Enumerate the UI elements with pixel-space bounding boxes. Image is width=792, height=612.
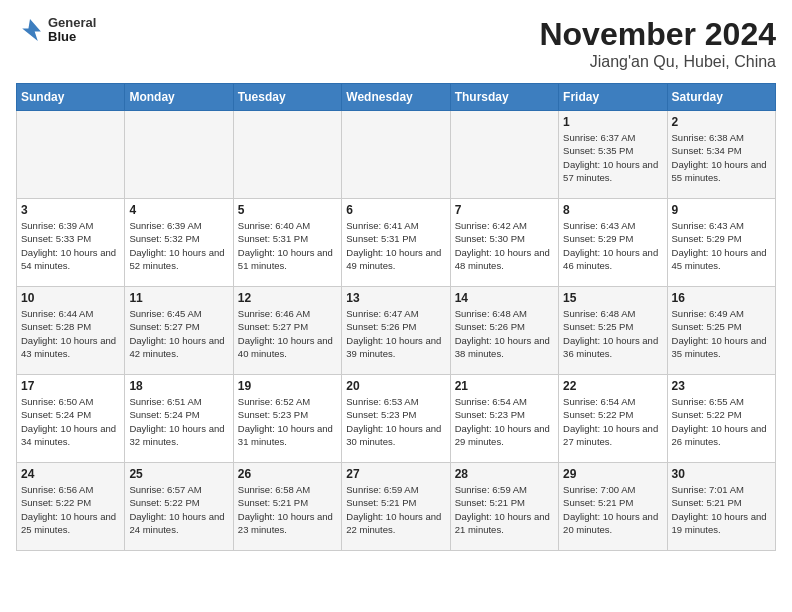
svg-marker-0 [22, 19, 41, 41]
day-number: 17 [21, 379, 120, 393]
day-info: Sunrise: 6:39 AM Sunset: 5:33 PM Dayligh… [21, 219, 120, 272]
weekday-header: Saturday [667, 84, 775, 111]
weekday-header: Monday [125, 84, 233, 111]
day-number: 5 [238, 203, 337, 217]
day-number: 29 [563, 467, 662, 481]
day-number: 6 [346, 203, 445, 217]
day-number: 19 [238, 379, 337, 393]
day-info: Sunrise: 6:48 AM Sunset: 5:25 PM Dayligh… [563, 307, 662, 360]
day-number: 13 [346, 291, 445, 305]
calendar-cell [125, 111, 233, 199]
day-number: 21 [455, 379, 554, 393]
weekday-header: Thursday [450, 84, 558, 111]
day-info: Sunrise: 6:59 AM Sunset: 5:21 PM Dayligh… [455, 483, 554, 536]
page-header: General Blue November 2024 Jiang'an Qu, … [16, 16, 776, 71]
day-number: 28 [455, 467, 554, 481]
calendar-cell: 7Sunrise: 6:42 AM Sunset: 5:30 PM Daylig… [450, 199, 558, 287]
day-info: Sunrise: 7:00 AM Sunset: 5:21 PM Dayligh… [563, 483, 662, 536]
calendar-cell: 11Sunrise: 6:45 AM Sunset: 5:27 PM Dayli… [125, 287, 233, 375]
day-number: 4 [129, 203, 228, 217]
day-info: Sunrise: 6:53 AM Sunset: 5:23 PM Dayligh… [346, 395, 445, 448]
day-number: 27 [346, 467, 445, 481]
calendar-row: 3Sunrise: 6:39 AM Sunset: 5:33 PM Daylig… [17, 199, 776, 287]
day-number: 10 [21, 291, 120, 305]
calendar-cell [450, 111, 558, 199]
calendar-cell: 8Sunrise: 6:43 AM Sunset: 5:29 PM Daylig… [559, 199, 667, 287]
calendar-cell: 27Sunrise: 6:59 AM Sunset: 5:21 PM Dayli… [342, 463, 450, 551]
calendar-cell: 10Sunrise: 6:44 AM Sunset: 5:28 PM Dayli… [17, 287, 125, 375]
title-block: November 2024 Jiang'an Qu, Hubei, China [539, 16, 776, 71]
logo-text: General Blue [48, 16, 96, 45]
logo-line1: General [48, 16, 96, 30]
day-number: 23 [672, 379, 771, 393]
day-info: Sunrise: 6:54 AM Sunset: 5:22 PM Dayligh… [563, 395, 662, 448]
day-number: 15 [563, 291, 662, 305]
day-info: Sunrise: 7:01 AM Sunset: 5:21 PM Dayligh… [672, 483, 771, 536]
day-number: 12 [238, 291, 337, 305]
calendar-cell [17, 111, 125, 199]
calendar-cell: 5Sunrise: 6:40 AM Sunset: 5:31 PM Daylig… [233, 199, 341, 287]
day-number: 25 [129, 467, 228, 481]
calendar-cell: 21Sunrise: 6:54 AM Sunset: 5:23 PM Dayli… [450, 375, 558, 463]
day-number: 9 [672, 203, 771, 217]
day-info: Sunrise: 6:42 AM Sunset: 5:30 PM Dayligh… [455, 219, 554, 272]
calendar-cell: 19Sunrise: 6:52 AM Sunset: 5:23 PM Dayli… [233, 375, 341, 463]
calendar-cell: 6Sunrise: 6:41 AM Sunset: 5:31 PM Daylig… [342, 199, 450, 287]
day-info: Sunrise: 6:59 AM Sunset: 5:21 PM Dayligh… [346, 483, 445, 536]
calendar-cell: 24Sunrise: 6:56 AM Sunset: 5:22 PM Dayli… [17, 463, 125, 551]
day-number: 16 [672, 291, 771, 305]
location: Jiang'an Qu, Hubei, China [539, 53, 776, 71]
calendar-cell: 14Sunrise: 6:48 AM Sunset: 5:26 PM Dayli… [450, 287, 558, 375]
calendar-cell: 3Sunrise: 6:39 AM Sunset: 5:33 PM Daylig… [17, 199, 125, 287]
calendar-cell: 18Sunrise: 6:51 AM Sunset: 5:24 PM Dayli… [125, 375, 233, 463]
calendar-cell: 4Sunrise: 6:39 AM Sunset: 5:32 PM Daylig… [125, 199, 233, 287]
calendar-row: 24Sunrise: 6:56 AM Sunset: 5:22 PM Dayli… [17, 463, 776, 551]
calendar-cell: 26Sunrise: 6:58 AM Sunset: 5:21 PM Dayli… [233, 463, 341, 551]
day-info: Sunrise: 6:50 AM Sunset: 5:24 PM Dayligh… [21, 395, 120, 448]
day-info: Sunrise: 6:47 AM Sunset: 5:26 PM Dayligh… [346, 307, 445, 360]
calendar-cell: 22Sunrise: 6:54 AM Sunset: 5:22 PM Dayli… [559, 375, 667, 463]
weekday-row: SundayMondayTuesdayWednesdayThursdayFrid… [17, 84, 776, 111]
calendar-cell: 23Sunrise: 6:55 AM Sunset: 5:22 PM Dayli… [667, 375, 775, 463]
weekday-header: Sunday [17, 84, 125, 111]
calendar-cell: 30Sunrise: 7:01 AM Sunset: 5:21 PM Dayli… [667, 463, 775, 551]
calendar-cell: 17Sunrise: 6:50 AM Sunset: 5:24 PM Dayli… [17, 375, 125, 463]
day-info: Sunrise: 6:38 AM Sunset: 5:34 PM Dayligh… [672, 131, 771, 184]
day-info: Sunrise: 6:48 AM Sunset: 5:26 PM Dayligh… [455, 307, 554, 360]
calendar-cell [233, 111, 341, 199]
day-info: Sunrise: 6:44 AM Sunset: 5:28 PM Dayligh… [21, 307, 120, 360]
calendar-row: 17Sunrise: 6:50 AM Sunset: 5:24 PM Dayli… [17, 375, 776, 463]
calendar-cell: 29Sunrise: 7:00 AM Sunset: 5:21 PM Dayli… [559, 463, 667, 551]
day-number: 3 [21, 203, 120, 217]
calendar-cell: 1Sunrise: 6:37 AM Sunset: 5:35 PM Daylig… [559, 111, 667, 199]
day-info: Sunrise: 6:58 AM Sunset: 5:21 PM Dayligh… [238, 483, 337, 536]
day-number: 1 [563, 115, 662, 129]
day-number: 14 [455, 291, 554, 305]
day-info: Sunrise: 6:45 AM Sunset: 5:27 PM Dayligh… [129, 307, 228, 360]
calendar-row: 10Sunrise: 6:44 AM Sunset: 5:28 PM Dayli… [17, 287, 776, 375]
day-number: 11 [129, 291, 228, 305]
calendar-cell [342, 111, 450, 199]
weekday-header: Wednesday [342, 84, 450, 111]
month-title: November 2024 [539, 16, 776, 53]
day-info: Sunrise: 6:43 AM Sunset: 5:29 PM Dayligh… [563, 219, 662, 272]
calendar-cell: 13Sunrise: 6:47 AM Sunset: 5:26 PM Dayli… [342, 287, 450, 375]
weekday-header: Tuesday [233, 84, 341, 111]
logo-line2: Blue [48, 30, 96, 44]
calendar-header: SundayMondayTuesdayWednesdayThursdayFrid… [17, 84, 776, 111]
day-info: Sunrise: 6:41 AM Sunset: 5:31 PM Dayligh… [346, 219, 445, 272]
calendar-cell: 20Sunrise: 6:53 AM Sunset: 5:23 PM Dayli… [342, 375, 450, 463]
day-info: Sunrise: 6:37 AM Sunset: 5:35 PM Dayligh… [563, 131, 662, 184]
calendar-cell: 28Sunrise: 6:59 AM Sunset: 5:21 PM Dayli… [450, 463, 558, 551]
day-number: 22 [563, 379, 662, 393]
day-number: 7 [455, 203, 554, 217]
day-info: Sunrise: 6:43 AM Sunset: 5:29 PM Dayligh… [672, 219, 771, 272]
calendar-cell: 16Sunrise: 6:49 AM Sunset: 5:25 PM Dayli… [667, 287, 775, 375]
weekday-header: Friday [559, 84, 667, 111]
logo-icon [16, 16, 44, 44]
calendar-body: 1Sunrise: 6:37 AM Sunset: 5:35 PM Daylig… [17, 111, 776, 551]
calendar-cell: 25Sunrise: 6:57 AM Sunset: 5:22 PM Dayli… [125, 463, 233, 551]
calendar-cell: 9Sunrise: 6:43 AM Sunset: 5:29 PM Daylig… [667, 199, 775, 287]
logo: General Blue [16, 16, 96, 45]
calendar-table: SundayMondayTuesdayWednesdayThursdayFrid… [16, 83, 776, 551]
